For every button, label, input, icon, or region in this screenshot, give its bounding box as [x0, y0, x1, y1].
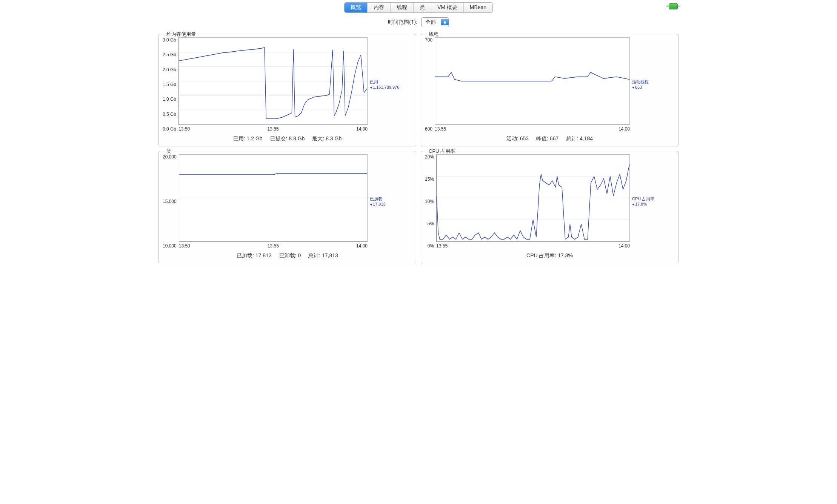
panel-title-classes: 类 [164, 148, 174, 155]
panel-title-threads: 线程 [426, 31, 441, 38]
legend-threads: 活动线程 ◂653 [630, 37, 674, 132]
legend-threads-name: 活动线程 [632, 79, 674, 85]
legend-heap-name: 已用 [370, 79, 412, 85]
panel-title-heap: 堆内存使用量 [164, 31, 198, 38]
plot-classes[interactable] [179, 154, 368, 242]
footer-threads: 活动: 653峰值: 667总计: 4,184 [425, 135, 674, 142]
panel-title-cpu: CPU 占用率 [426, 148, 457, 155]
time-range-select[interactable]: 全部 ▲▼ [421, 17, 449, 27]
legend-classes-name: 已加载 [370, 196, 412, 202]
tab-threads[interactable]: 线程 [391, 3, 414, 12]
tab-overview[interactable]: 概览 [345, 3, 368, 12]
footer-heap: 已用: 1.2 Gb已提交: 8.3 Gb最大: 8.3 Gb [163, 135, 412, 142]
panel-classes: 类 20,00015,00010,000 13:5013:5514:00 已加载… [158, 151, 416, 263]
footer-cpu: CPU 占用率: 17.8% [425, 252, 674, 259]
legend-threads-value: 653 [635, 85, 642, 89]
plot-heap[interactable] [178, 37, 368, 125]
panel-threads: 线程 700600 13:5514:00 活动线程 ◂653 活动: 653峰值… [421, 34, 679, 146]
panel-heap: 堆内存使用量 3.0 Gb2.5 Gb2.0 Gb1.5 Gb1.0 Gb0.5… [158, 34, 416, 146]
yaxis-threads: 700600 [425, 37, 435, 132]
tab-vmsummary[interactable]: VM 概要 [431, 3, 464, 12]
time-range-value: 全部 [422, 18, 441, 27]
xaxis-cpu: 13:5514:00 [436, 242, 630, 249]
yaxis-classes: 20,00015,00010,000 [163, 154, 179, 249]
panel-cpu: CPU 占用率 20%15%10%5%0% 13:5514:00 CPU 占用率… [421, 151, 679, 263]
plot-threads[interactable] [435, 37, 630, 125]
tab-bar: 概览 内存 线程 类 VM 概要 MBean [156, 2, 681, 13]
xaxis-classes: 13:5013:5514:00 [179, 242, 368, 249]
legend-cpu-name: CPU 占用率 [632, 196, 674, 202]
legend-heap-value: 1,161,709,976 [373, 85, 399, 89]
legend-classes: 已加载 ◂17,813 [368, 154, 412, 249]
footer-classes: 已加载: 17,813已卸载: 0总计: 17,813 [163, 252, 412, 259]
time-range-label: 时间范围(T): [388, 19, 417, 26]
legend-classes-value: 17,813 [373, 202, 386, 206]
tab-classes[interactable]: 类 [414, 3, 431, 12]
tabs: 概览 内存 线程 类 VM 概要 MBean [344, 2, 493, 13]
connection-status-icon [669, 3, 678, 9]
yaxis-cpu: 20%15%10%5%0% [425, 154, 436, 249]
xaxis-threads: 13:5514:00 [435, 125, 630, 132]
plot-cpu[interactable] [436, 154, 630, 242]
tab-mbean[interactable]: MBean [464, 3, 492, 12]
legend-cpu: CPU 占用率 ◂17.8% [630, 154, 674, 249]
xaxis-heap: 13:5013:5514:00 [178, 125, 368, 132]
yaxis-heap: 3.0 Gb2.5 Gb2.0 Gb1.5 Gb1.0 Gb0.5 Gb0.0 … [163, 37, 178, 132]
legend-cpu-value: 17.8% [635, 202, 647, 206]
legend-heap: 已用 ◂1,161,709,976 [368, 37, 412, 132]
tab-memory[interactable]: 内存 [368, 3, 391, 12]
chevron-updown-icon: ▲▼ [441, 19, 449, 25]
